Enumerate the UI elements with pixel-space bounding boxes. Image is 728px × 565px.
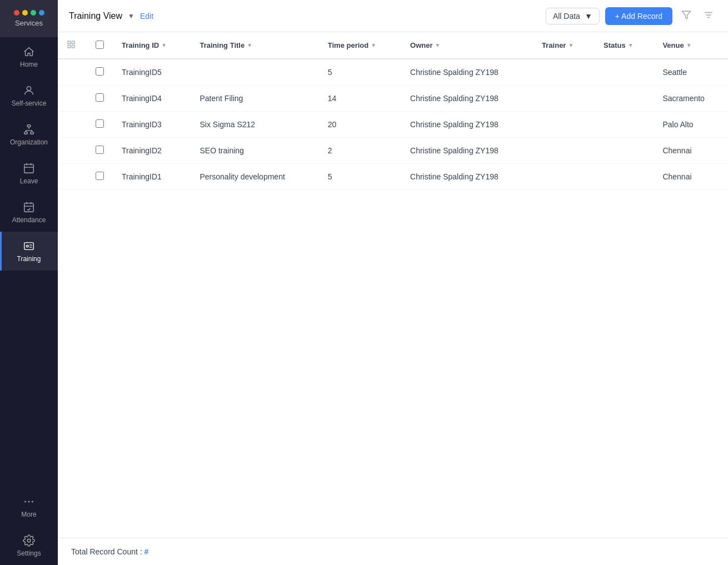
cell-venue-1: Sacramento (654, 86, 728, 112)
svg-rect-16 (72, 45, 74, 48)
sidebar-item-organization-label: Organization (10, 138, 48, 146)
svg-rect-1 (27, 125, 31, 127)
th-checkbox[interactable] (84, 32, 113, 59)
cell-trainer-1 (533, 86, 595, 112)
row-select-checkbox-2[interactable] (96, 119, 104, 128)
row-select-checkbox-1[interactable] (96, 93, 104, 102)
sidebar: Services Home Self-service Organization … (0, 0, 58, 565)
cell-training-id-3: TrainingID2 (113, 138, 191, 164)
sidebar-item-training-label: Training (17, 255, 41, 263)
cell-venue-0: Seattle (654, 59, 728, 86)
dropdown-chevron-icon: ▼ (585, 12, 592, 21)
sidebar-item-organization[interactable]: Organization (0, 115, 58, 154)
sidebar-services[interactable]: Services (0, 0, 58, 37)
sidebar-item-home[interactable]: Home (0, 37, 58, 76)
services-label: Services (15, 19, 43, 27)
sidebar-item-attendance-label: Attendance (12, 216, 46, 224)
dot-yellow (22, 10, 28, 16)
sidebar-item-training[interactable]: Training (0, 232, 58, 271)
row-checkbox-1[interactable] (84, 86, 113, 112)
th-time-period[interactable]: Time period ▼ (319, 32, 401, 59)
cell-trainer-3 (533, 138, 595, 164)
row-select-checkbox-3[interactable] (96, 146, 104, 154)
th-status[interactable]: Status ▼ (595, 32, 654, 59)
table-body: TrainingID5 5 Christine Spalding ZY198 S… (58, 59, 728, 190)
svg-point-8 (24, 501, 26, 503)
row-checkbox-3[interactable] (84, 138, 113, 164)
th-owner-sort-icon: ▼ (435, 42, 441, 48)
filter-icon[interactable] (678, 7, 695, 26)
th-owner[interactable]: Owner ▼ (401, 32, 533, 59)
table-row: TrainingID4 Patent Filing 14 Christine S… (58, 86, 728, 112)
sort-icon[interactable] (700, 7, 717, 26)
footer: Total Record Count : # (58, 538, 728, 565)
edit-link[interactable]: Edit (140, 12, 153, 21)
th-training-title[interactable]: Training Title ▼ (191, 32, 319, 59)
cell-status-0 (595, 59, 654, 86)
table-area: Training ID ▼ Training Title ▼ Time peri… (58, 32, 728, 538)
cell-training-title-1: Patent Filing (191, 86, 319, 112)
active-indicator (0, 232, 2, 271)
th-venue[interactable]: Venue ▼ (654, 32, 728, 59)
cell-owner-2: Christine Spalding ZY198 (401, 112, 533, 138)
page-title: Training View (69, 11, 122, 21)
cell-trainer-2 (533, 112, 595, 138)
cell-training-id-2: TrainingID3 (113, 112, 191, 138)
table-row: TrainingID3 Six Sigma S212 20 Christine … (58, 112, 728, 138)
cell-training-id-4: TrainingID1 (113, 164, 191, 190)
cell-training-id-0: TrainingID5 (113, 59, 191, 86)
table-row: TrainingID1 Personality development 5 Ch… (58, 164, 728, 190)
settings-icon (22, 534, 36, 547)
cell-status-2 (595, 112, 654, 138)
table-header-row: Training ID ▼ Training Title ▼ Time peri… (58, 32, 728, 59)
sidebar-item-leave-label: Leave (20, 177, 38, 185)
training-icon (22, 239, 36, 253)
cell-venue-4: Chennai (654, 164, 728, 190)
cell-trainer-4 (533, 164, 595, 190)
th-training-id-sort-icon: ▼ (161, 42, 167, 48)
cell-venue-2: Palo Alto (654, 112, 728, 138)
svg-rect-3 (31, 132, 34, 134)
select-all-checkbox[interactable] (96, 41, 104, 49)
sidebar-item-home-label: Home (20, 61, 38, 68)
cell-time-period-0: 5 (319, 59, 401, 86)
sidebar-item-attendance[interactable]: Attendance (0, 193, 58, 232)
header: Training View ▼ Edit All Data ▼ + Add Re… (58, 0, 728, 32)
th-status-sort-icon: ▼ (628, 42, 634, 48)
sidebar-item-more[interactable]: More (0, 487, 58, 526)
row-freeze-0 (58, 59, 84, 86)
svg-rect-15 (68, 45, 71, 48)
svg-point-7 (26, 245, 28, 247)
sidebar-item-leave[interactable]: Leave (0, 154, 58, 193)
row-freeze-4 (58, 164, 84, 190)
cell-venue-3: Chennai (654, 138, 728, 164)
footer-label: Total Record Count : (71, 547, 142, 556)
row-checkbox-0[interactable] (84, 59, 113, 86)
row-checkbox-2[interactable] (84, 112, 113, 138)
all-data-label: All Data (553, 12, 580, 21)
row-select-checkbox-4[interactable] (96, 172, 104, 180)
table-row: TrainingID5 5 Christine Spalding ZY198 S… (58, 59, 728, 86)
dot-blue (39, 10, 44, 16)
cell-status-4 (595, 164, 654, 190)
row-select-checkbox-0[interactable] (96, 67, 104, 76)
row-freeze-1 (58, 86, 84, 112)
sidebar-item-self-service[interactable]: Self-service (0, 76, 58, 115)
th-training-title-sort-icon: ▼ (247, 42, 252, 48)
sidebar-item-settings[interactable]: Settings (0, 526, 58, 565)
cell-training-id-1: TrainingID4 (113, 86, 191, 112)
cell-trainer-0 (533, 59, 595, 86)
th-trainer[interactable]: Trainer ▼ (533, 32, 595, 59)
home-icon (22, 45, 36, 58)
all-data-dropdown[interactable]: All Data ▼ (546, 8, 600, 24)
th-time-period-sort-icon: ▼ (371, 42, 376, 48)
cell-training-title-3: SEO training (191, 138, 319, 164)
svg-rect-6 (24, 243, 34, 250)
svg-point-10 (32, 501, 33, 503)
cell-status-1 (595, 86, 654, 112)
row-checkbox-4[interactable] (84, 164, 113, 190)
th-training-id[interactable]: Training ID ▼ (113, 32, 191, 59)
add-record-button[interactable]: + Add Record (605, 7, 672, 25)
sidebar-item-self-service-label: Self-service (12, 99, 47, 107)
row-freeze-3 (58, 138, 84, 164)
